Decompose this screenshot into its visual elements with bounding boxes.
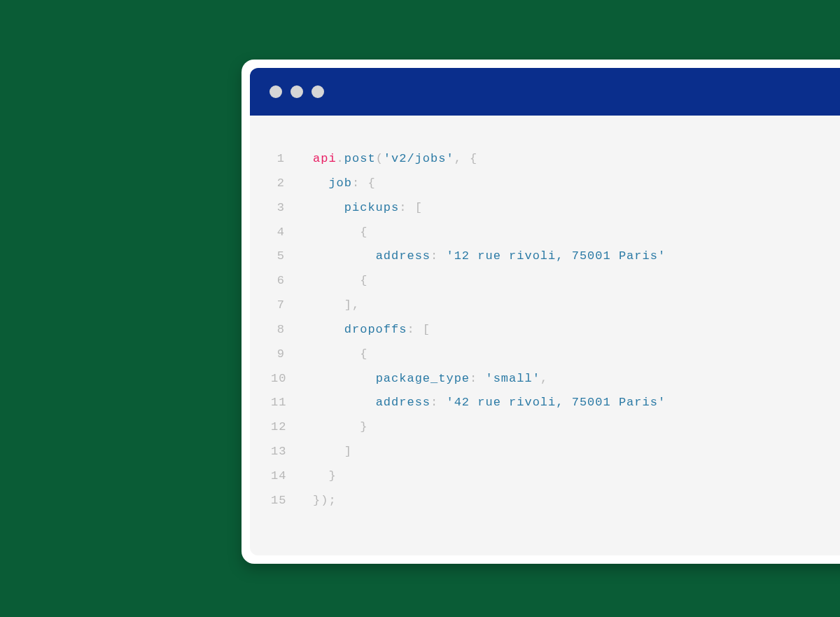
line-content: pickups: [: [313, 196, 840, 221]
line-content: }: [313, 415, 840, 440]
code-line: 5 address: '12 rue rivoli, 75001 Paris': [271, 244, 840, 269]
line-number: 8: [271, 318, 313, 342]
line-number: 5: [271, 244, 313, 269]
line-number: 7: [271, 293, 313, 318]
line-content: }: [313, 464, 840, 489]
line-content: package_type: 'small',: [313, 367, 840, 391]
line-number: 15: [271, 489, 313, 513]
line-number: 10: [271, 367, 313, 391]
line-content: dropoffs: [: [313, 318, 840, 342]
code-line: 6 {: [271, 269, 840, 293]
code-line: 9 {: [271, 342, 840, 367]
editor-window: 1 api.post('v2/jobs', { 2 job: { 3 picku…: [250, 68, 840, 555]
window-control-minimize-icon[interactable]: [290, 85, 303, 98]
line-number: 11: [271, 391, 313, 415]
code-line: 15 });: [271, 489, 840, 513]
line-number: 9: [271, 342, 313, 367]
editor-window-wrapper: 1 api.post('v2/jobs', { 2 job: { 3 picku…: [241, 60, 840, 564]
line-number: 6: [271, 269, 313, 293]
line-number: 4: [271, 221, 313, 245]
line-content: ],: [313, 293, 840, 318]
line-number: 2: [271, 172, 313, 196]
line-content: {: [313, 221, 840, 245]
line-content: {: [313, 269, 840, 293]
code-line: 8 dropoffs: [: [271, 318, 840, 342]
code-line: 1 api.post('v2/jobs', {: [271, 147, 840, 172]
line-content: api.post('v2/jobs', {: [313, 147, 840, 172]
code-line: 14 }: [271, 464, 840, 489]
titlebar: [250, 68, 840, 116]
line-number: 12: [271, 415, 313, 440]
code-line: 3 pickups: [: [271, 196, 840, 221]
code-line: 10 package_type: 'small',: [271, 367, 840, 391]
line-content: address: '12 rue rivoli, 75001 Paris': [313, 244, 840, 269]
code-line: 4 {: [271, 221, 840, 245]
line-number: 3: [271, 196, 313, 221]
code-line: 2 job: {: [271, 172, 840, 196]
line-number: 13: [271, 440, 313, 464]
window-control-maximize-icon[interactable]: [312, 85, 324, 98]
line-content: ]: [313, 440, 840, 464]
code-editor[interactable]: 1 api.post('v2/jobs', { 2 job: { 3 picku…: [250, 116, 840, 555]
code-line: 7 ],: [271, 293, 840, 318]
line-number: 1: [271, 147, 313, 172]
line-number: 14: [271, 464, 313, 489]
code-line: 12 }: [271, 415, 840, 440]
line-content: });: [313, 489, 840, 513]
code-line: 11 address: '42 rue rivoli, 75001 Paris': [271, 391, 840, 415]
line-content: job: {: [313, 172, 840, 196]
line-content: address: '42 rue rivoli, 75001 Paris': [313, 391, 840, 415]
code-line: 13 ]: [271, 440, 840, 464]
traffic-lights: [270, 85, 324, 98]
window-control-close-icon[interactable]: [270, 85, 282, 98]
line-content: {: [313, 342, 840, 367]
